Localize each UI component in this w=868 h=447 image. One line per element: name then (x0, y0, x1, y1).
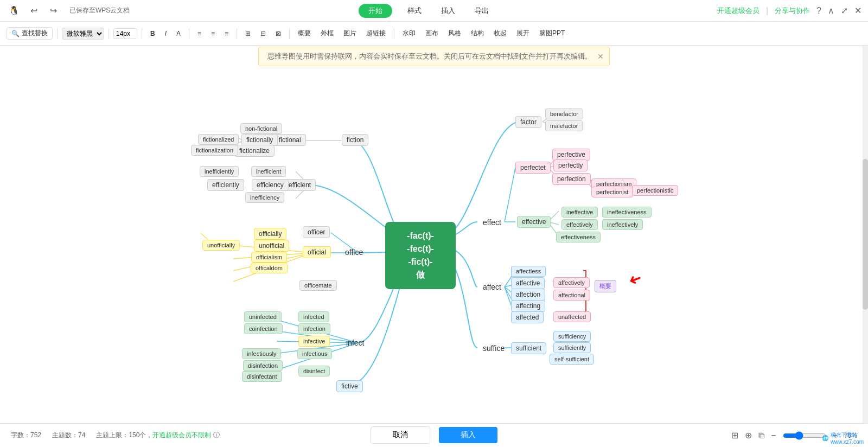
node-disinfect[interactable]: disinfect (298, 366, 330, 376)
logo-icon[interactable]: 🐧 (7, 3, 22, 18)
img-layout2-btn[interactable]: ⊟ (257, 28, 270, 39)
node-self-sufficient[interactable]: self-sufficient (550, 354, 594, 365)
node-affecting[interactable]: affecting (511, 300, 545, 312)
plus-circle-icon[interactable]: ⊕ (745, 430, 752, 440)
node-efficient[interactable]: efficient (284, 179, 316, 191)
help-icon[interactable]: ? (816, 6, 821, 16)
undo-icon[interactable]: ↩ (26, 3, 41, 18)
expand-btn[interactable]: 展开 (513, 27, 533, 40)
hyperlink-btn[interactable]: 超链接 (362, 27, 390, 40)
node-inefficiently[interactable]: inefficiently (200, 166, 239, 177)
node-infect[interactable]: infect (342, 337, 368, 349)
node-unofficial[interactable]: unofficial (254, 240, 289, 252)
node-perfective[interactable]: perfective (552, 149, 590, 161)
node-officer[interactable]: officer (303, 226, 330, 238)
font-size-input[interactable] (113, 28, 137, 39)
align-center-btn[interactable]: ≡ (207, 28, 219, 39)
notification-close-btn[interactable]: ✕ (597, 52, 604, 61)
node-perfectionist[interactable]: perfectionist (591, 187, 633, 197)
zoom-slider[interactable] (783, 431, 826, 440)
node-sufficiently[interactable]: sufficiently (553, 342, 591, 353)
node-affected[interactable]: affected (511, 311, 544, 323)
node-officialism[interactable]: officialism (251, 252, 287, 263)
scrollbar-thumb[interactable] (863, 159, 868, 310)
bold-btn[interactable]: B (146, 28, 159, 39)
node-fictionalized[interactable]: fictionalized (198, 134, 239, 145)
node-ineffectively[interactable]: ineffectively (602, 219, 643, 230)
search-replace-btn[interactable]: 🔍 查找替换 (7, 27, 53, 40)
mind-ppt-btn[interactable]: 脑图PPT (535, 27, 569, 40)
align-right-btn[interactable]: ≡ (221, 28, 232, 39)
node-effect[interactable]: effect (478, 216, 506, 228)
node-disinfection[interactable]: disinfection (243, 360, 283, 371)
cancel-button[interactable]: 取消 (371, 426, 430, 444)
btn-export[interactable]: 导出 (470, 4, 493, 18)
btn-share[interactable]: 分享与协作 (775, 6, 810, 16)
node-effectiveness[interactable]: effectiveness (556, 232, 601, 242)
node-fiction[interactable]: fiction (342, 134, 368, 146)
node-effectively[interactable]: effectively (561, 219, 598, 230)
node-inefficient[interactable]: inefficient (251, 166, 286, 177)
node-office[interactable]: office (341, 246, 367, 258)
align-left-btn[interactable]: ≡ (194, 28, 205, 39)
node-officaldom[interactable]: officaldom (251, 263, 288, 273)
node-efficiently[interactable]: efficiently (207, 179, 244, 191)
scrollbar[interactable] (863, 46, 868, 423)
node-benefactor[interactable]: benefactor (545, 108, 583, 119)
node-affectless[interactable]: affectless (511, 266, 546, 277)
node-disinfectant[interactable]: disinfectant (242, 371, 282, 382)
outer-frame-btn[interactable]: 外框 (317, 27, 337, 40)
close-icon[interactable]: ✕ (854, 5, 861, 16)
node-official[interactable]: official (303, 246, 331, 258)
node-perfectet[interactable]: perfectet (515, 162, 551, 174)
minimize-icon[interactable]: ∧ (828, 5, 834, 16)
node-infective[interactable]: infective (298, 336, 330, 347)
node-fictionally[interactable]: fictionally (241, 134, 278, 146)
node-infected[interactable]: infected (298, 311, 329, 322)
node-infectious[interactable]: infectious (297, 348, 332, 359)
maximize-icon[interactable]: ⤢ (841, 5, 848, 16)
node-officially[interactable]: officially (254, 228, 286, 240)
node-affect[interactable]: affect (478, 281, 506, 293)
italic-btn[interactable]: I (161, 28, 170, 39)
img-layout-btn[interactable]: ⊞ (241, 28, 254, 39)
node-factor[interactable]: factor (515, 116, 541, 128)
redo-icon[interactable]: ↪ (46, 3, 61, 18)
font-selector[interactable]: 微软雅黑 (62, 28, 104, 40)
center-node[interactable]: -fac(t)- -fec(t)- -fic(t)- 做 -fac(t)--fe… (385, 222, 456, 289)
node-fictional[interactable]: fictional (274, 134, 306, 146)
node-fictive[interactable]: fictive (336, 380, 363, 392)
btn-style[interactable]: 样式 (403, 4, 426, 18)
draw-btn[interactable]: 画布 (422, 27, 442, 40)
node-unaffected[interactable]: unaffected (553, 311, 591, 322)
node-non-fictional[interactable]: non-fictional (240, 123, 282, 134)
node-coinfection[interactable]: coinfection (244, 323, 283, 334)
node-infection[interactable]: infection (298, 323, 330, 334)
watermark-btn[interactable]: 水印 (399, 27, 419, 40)
node-effective[interactable]: effective (517, 216, 551, 228)
node-uninfected[interactable]: uninfected (244, 311, 282, 322)
btn-insert[interactable]: 插入 (437, 4, 459, 18)
grid-icon[interactable]: ⊞ (731, 430, 738, 440)
node-affection[interactable]: affection (511, 289, 545, 301)
insert-button[interactable]: 插入 (439, 427, 497, 443)
node-inefficiency[interactable]: inefficiency (245, 192, 284, 203)
btn-start[interactable]: 开始 (359, 4, 392, 18)
node-unofficially[interactable]: unofficially (202, 240, 240, 251)
node-affective[interactable]: affective (511, 277, 545, 289)
node-efficiency[interactable]: efficiency (252, 179, 289, 191)
node-fictionalize[interactable]: fictionalize (234, 145, 275, 157)
btn-vip[interactable]: 开通超级会员 (717, 6, 760, 16)
node-sufficient[interactable]: sufficient (511, 342, 546, 354)
node-affectively[interactable]: affectively (553, 277, 590, 288)
image-btn[interactable]: 图片 (340, 27, 360, 40)
canvas-area[interactable]: -fac(t)- -fec(t)- -fic(t)- 做 -fac(t)--fe… (0, 46, 868, 423)
zoom-minus-icon[interactable]: − (771, 431, 776, 440)
node-ineffective[interactable]: ineffective (561, 207, 598, 218)
node-fictionalization[interactable]: fictionalization (191, 145, 238, 156)
node-ineffectiveness[interactable]: ineffectiveness (602, 207, 652, 218)
node-malefactor[interactable]: malefactor (545, 120, 583, 131)
font-color-btn[interactable]: A (173, 28, 184, 39)
style-btn[interactable]: 风格 (444, 27, 465, 40)
collapse-btn[interactable]: 收起 (490, 27, 510, 40)
